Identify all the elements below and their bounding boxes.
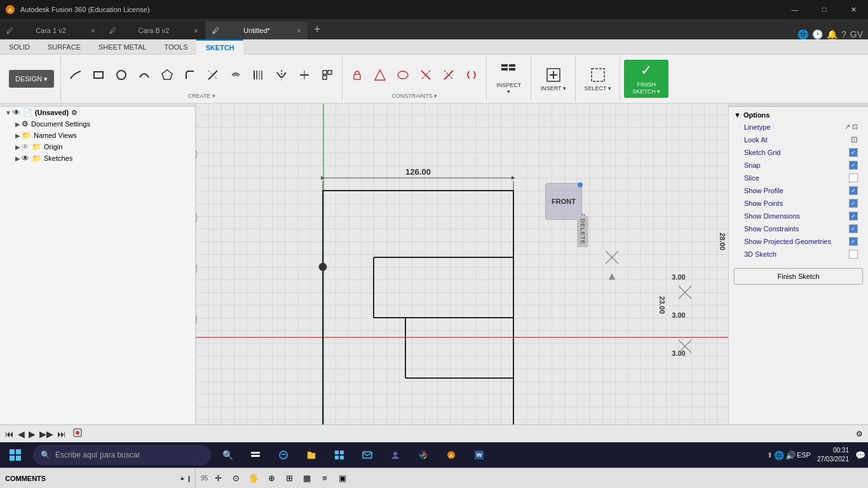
taskbar-teams-button[interactable] [381, 442, 409, 468]
lock-tool[interactable] [346, 64, 368, 86]
taskbar-start-button[interactable] [0, 442, 31, 468]
palette-row-showconstraints[interactable]: Show Constraints ✓ [734, 222, 863, 235]
showprofile-checkbox[interactable]: ✓ [849, 186, 858, 195]
palette-row-lookat[interactable]: Look At ⊡ [734, 133, 863, 146]
browser-unsaved-visible-icon[interactable]: 👁 [13, 108, 20, 117]
browser-item-doc-settings[interactable]: ▶ ⚙ Document Settings [0, 118, 195, 130]
select-button[interactable]: SELECT ▾ [583, 60, 613, 98]
rectangle-tool[interactable] [88, 64, 109, 86]
playback-prev-button[interactable]: ◀ [18, 429, 25, 439]
browser-origin-visible-icon[interactable]: 👁 [22, 142, 29, 151]
ribbon-tab-solid[interactable]: SOLID [0, 39, 39, 55]
palette-row-sketchgrid[interactable]: Sketch Grid ✓ [734, 146, 863, 159]
taskbar-notification-icon[interactable]: 💬 [855, 451, 865, 460]
taskbar-search-bar[interactable]: 🔍 Escribe aquí para buscar [33, 445, 211, 465]
taskbar-word-button[interactable]: W [465, 442, 493, 468]
bottom-grid-icon[interactable]: ▦ [299, 471, 315, 486]
tab-cara1-close[interactable]: ✕ [90, 27, 95, 34]
tab-carab-close[interactable]: ✕ [193, 27, 198, 34]
sketchgrid-checkbox[interactable]: ✓ [849, 148, 858, 157]
taskbar-files-button[interactable] [297, 442, 325, 468]
tab-carab[interactable]: 🖊 Cara B v2 ✕ [103, 22, 205, 39]
bottom-orbit-icon[interactable]: 🖐 [246, 471, 261, 486]
browser-sketches-visible-icon[interactable]: 👁 [22, 154, 29, 163]
taskbar-search-button[interactable]: 🔍 [214, 442, 241, 468]
circle-tool[interactable] [111, 64, 132, 86]
showprojected-checkbox[interactable]: ✓ [849, 237, 858, 246]
maximize-button[interactable]: □ [810, 0, 839, 19]
palette-row-snap[interactable]: Snap ✓ [734, 159, 863, 172]
palette-row-showprofile[interactable]: Show Profile ✓ [734, 184, 863, 197]
bottom-move-icon[interactable]: ✛ [210, 471, 226, 486]
xline-tool[interactable] [294, 64, 315, 86]
line-tool[interactable] [65, 64, 86, 86]
showpoints-checkbox[interactable]: ✓ [849, 199, 858, 208]
triangle-tool[interactable] [369, 64, 391, 86]
showconstraints-checkbox[interactable]: ✓ [849, 224, 858, 233]
browser-item-origin[interactable]: ▶ 👁 📁 Origin [0, 141, 195, 152]
palette-row-3dsketch[interactable]: 3D Sketch [734, 248, 863, 261]
playback-play-button[interactable]: ▶ [29, 429, 36, 439]
finish-sketch-ribbon-button[interactable]: ✓ FINISH SKETCH ▾ [624, 60, 668, 98]
bottom-fit-icon[interactable]: ⊞ [281, 471, 297, 486]
viewcube[interactable]: FRONT Z [545, 183, 583, 221]
palette-options-header[interactable]: ▼ Options [734, 109, 863, 121]
showdimensions-checkbox[interactable]: ✓ [849, 212, 858, 220]
taskbar-network-icon[interactable]: 🌐 [774, 451, 784, 460]
ribbon-tab-surface[interactable]: SURFACE [39, 39, 90, 55]
palette-row-linetype[interactable]: Linetype ↗ ⊡ [734, 121, 863, 133]
constraint-v-tool[interactable] [438, 64, 459, 86]
minimize-button[interactable]: — [780, 0, 810, 19]
browser-item-sketches[interactable]: ▶ 👁 📁 Sketches [0, 152, 195, 164]
playback-settings-icon[interactable]: ⚙ [856, 430, 863, 438]
new-tab-button[interactable]: + [309, 23, 326, 36]
browser-namedviews-arrow[interactable]: ▶ [15, 132, 20, 139]
bottom-display-icon[interactable]: ≡ [317, 471, 332, 486]
browser-item-named-views[interactable]: ▶ 📁 Named Views [0, 130, 195, 141]
delete-panel[interactable]: DELETE [577, 216, 588, 247]
tab-cara1[interactable]: 🖊 Cara 1 v2 ✕ [0, 22, 102, 39]
inspect-button[interactable]: INSPECT ▾ [494, 60, 524, 98]
taskbar-taskview-button[interactable] [241, 442, 269, 468]
bottom-zoom-icon[interactable]: ⊕ [264, 471, 279, 486]
design-button[interactable]: DESIGN ▾ [9, 70, 54, 88]
crosshatch-tool[interactable] [316, 64, 338, 86]
hatch-tool[interactable] [248, 64, 269, 86]
finish-sketch-button[interactable]: Finish Sketch [734, 268, 863, 285]
bottom-camera-icon[interactable]: ⊙ [228, 471, 243, 486]
tab-untitled-close[interactable]: ✕ [296, 27, 301, 34]
palette-row-showdimensions[interactable]: Show Dimensions ✓ [734, 210, 863, 222]
ribbon-tab-sheetmetal[interactable]: SHEET METAL [90, 39, 155, 55]
browser-sketches-arrow[interactable]: ▶ [15, 155, 20, 162]
ribbon-tab-sketch[interactable]: SKETCH [196, 39, 243, 55]
slice-checkbox[interactable] [849, 173, 858, 182]
palette-row-showprojected[interactable]: Show Projected Geometries ✓ [734, 235, 863, 248]
bottom-render-icon[interactable]: ▣ [335, 471, 350, 486]
taskbar-show-desktop-icon[interactable]: ⬆ [767, 451, 773, 459]
comments-add-icon[interactable]: + [180, 475, 184, 482]
playback-start-button[interactable]: ⏮ [5, 429, 14, 439]
taskbar-edge-button[interactable] [269, 442, 297, 468]
taskbar-mail-button[interactable] [353, 442, 381, 468]
taskbar-store-button[interactable] [325, 442, 353, 468]
taskbar-chrome-button[interactable] [409, 442, 437, 468]
3dsketch-checkbox[interactable] [849, 250, 858, 259]
browser-unsaved-arrow[interactable]: ▼ [5, 109, 11, 116]
comments-pin-icon[interactable]: | [188, 475, 190, 482]
offset-tool[interactable] [225, 64, 247, 86]
mirror-tool[interactable] [271, 64, 292, 86]
browser-origin-arrow[interactable]: ▶ [15, 144, 20, 151]
oval-tool[interactable] [392, 64, 414, 86]
bracket-tool[interactable] [461, 64, 482, 86]
browser-item-unsaved[interactable]: ▼ 👁 📄 (Unsaved) ⚙ [0, 107, 195, 118]
browser-docsettings-arrow[interactable]: ▶ [15, 121, 20, 128]
polygon-tool[interactable] [156, 64, 178, 86]
constraint-x-tool[interactable] [415, 64, 437, 86]
insert-button[interactable]: INSERT ▾ [538, 60, 569, 98]
palette-row-showpoints[interactable]: Show Points ✓ [734, 197, 863, 210]
snap-checkbox[interactable]: ✓ [849, 161, 858, 170]
playback-next-button[interactable]: ▶▶ [39, 429, 53, 439]
tab-untitled[interactable]: 🖊 Untitled* ✕ [206, 22, 308, 39]
taskbar-clock[interactable]: 00:31 27/03/2021 [812, 446, 854, 464]
playback-end-button[interactable]: ⏭ [57, 429, 66, 439]
